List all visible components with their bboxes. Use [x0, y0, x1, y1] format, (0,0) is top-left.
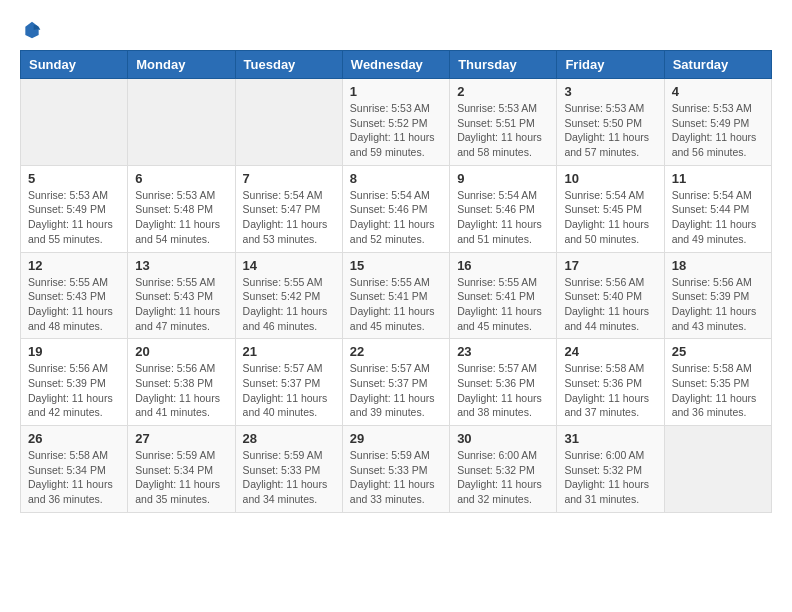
calendar-cell: 9Sunrise: 5:54 AMSunset: 5:46 PMDaylight… — [450, 165, 557, 252]
calendar-cell: 11Sunrise: 5:54 AMSunset: 5:44 PMDayligh… — [664, 165, 771, 252]
calendar-cell: 7Sunrise: 5:54 AMSunset: 5:47 PMDaylight… — [235, 165, 342, 252]
day-number: 31 — [564, 431, 656, 446]
weekday-header: Monday — [128, 51, 235, 79]
calendar-cell: 21Sunrise: 5:57 AMSunset: 5:37 PMDayligh… — [235, 339, 342, 426]
day-number: 13 — [135, 258, 227, 273]
calendar-cell: 23Sunrise: 5:57 AMSunset: 5:36 PMDayligh… — [450, 339, 557, 426]
day-number: 26 — [28, 431, 120, 446]
weekday-header: Tuesday — [235, 51, 342, 79]
calendar-cell: 10Sunrise: 5:54 AMSunset: 5:45 PMDayligh… — [557, 165, 664, 252]
day-number: 27 — [135, 431, 227, 446]
calendar-cell: 30Sunrise: 6:00 AMSunset: 5:32 PMDayligh… — [450, 426, 557, 513]
day-number: 6 — [135, 171, 227, 186]
page-header — [20, 20, 772, 40]
calendar-week-row: 19Sunrise: 5:56 AMSunset: 5:39 PMDayligh… — [21, 339, 772, 426]
day-number: 1 — [350, 84, 442, 99]
calendar-week-row: 12Sunrise: 5:55 AMSunset: 5:43 PMDayligh… — [21, 252, 772, 339]
day-number: 29 — [350, 431, 442, 446]
calendar-cell: 1Sunrise: 5:53 AMSunset: 5:52 PMDaylight… — [342, 79, 449, 166]
day-info: Sunrise: 6:00 AMSunset: 5:32 PMDaylight:… — [564, 448, 656, 507]
day-info: Sunrise: 5:54 AMSunset: 5:46 PMDaylight:… — [350, 188, 442, 247]
calendar-cell: 22Sunrise: 5:57 AMSunset: 5:37 PMDayligh… — [342, 339, 449, 426]
calendar-cell: 31Sunrise: 6:00 AMSunset: 5:32 PMDayligh… — [557, 426, 664, 513]
calendar-cell: 2Sunrise: 5:53 AMSunset: 5:51 PMDaylight… — [450, 79, 557, 166]
calendar-cell: 24Sunrise: 5:58 AMSunset: 5:36 PMDayligh… — [557, 339, 664, 426]
logo-icon — [22, 20, 42, 40]
weekday-header: Sunday — [21, 51, 128, 79]
day-info: Sunrise: 5:58 AMSunset: 5:36 PMDaylight:… — [564, 361, 656, 420]
day-info: Sunrise: 5:58 AMSunset: 5:35 PMDaylight:… — [672, 361, 764, 420]
weekday-header: Friday — [557, 51, 664, 79]
calendar-cell: 18Sunrise: 5:56 AMSunset: 5:39 PMDayligh… — [664, 252, 771, 339]
day-number: 19 — [28, 344, 120, 359]
calendar-cell: 20Sunrise: 5:56 AMSunset: 5:38 PMDayligh… — [128, 339, 235, 426]
day-info: Sunrise: 5:54 AMSunset: 5:44 PMDaylight:… — [672, 188, 764, 247]
day-number: 16 — [457, 258, 549, 273]
calendar-table: SundayMondayTuesdayWednesdayThursdayFrid… — [20, 50, 772, 513]
day-info: Sunrise: 5:59 AMSunset: 5:33 PMDaylight:… — [243, 448, 335, 507]
day-info: Sunrise: 5:54 AMSunset: 5:46 PMDaylight:… — [457, 188, 549, 247]
day-info: Sunrise: 5:53 AMSunset: 5:51 PMDaylight:… — [457, 101, 549, 160]
day-number: 3 — [564, 84, 656, 99]
calendar-cell: 15Sunrise: 5:55 AMSunset: 5:41 PMDayligh… — [342, 252, 449, 339]
day-number: 7 — [243, 171, 335, 186]
calendar-cell: 29Sunrise: 5:59 AMSunset: 5:33 PMDayligh… — [342, 426, 449, 513]
calendar-cell: 25Sunrise: 5:58 AMSunset: 5:35 PMDayligh… — [664, 339, 771, 426]
day-info: Sunrise: 5:57 AMSunset: 5:37 PMDaylight:… — [243, 361, 335, 420]
day-info: Sunrise: 6:00 AMSunset: 5:32 PMDaylight:… — [457, 448, 549, 507]
day-number: 17 — [564, 258, 656, 273]
day-number: 24 — [564, 344, 656, 359]
day-info: Sunrise: 5:57 AMSunset: 5:36 PMDaylight:… — [457, 361, 549, 420]
day-number: 12 — [28, 258, 120, 273]
day-info: Sunrise: 5:56 AMSunset: 5:38 PMDaylight:… — [135, 361, 227, 420]
calendar-cell — [21, 79, 128, 166]
day-number: 30 — [457, 431, 549, 446]
calendar-cell: 17Sunrise: 5:56 AMSunset: 5:40 PMDayligh… — [557, 252, 664, 339]
day-info: Sunrise: 5:56 AMSunset: 5:40 PMDaylight:… — [564, 275, 656, 334]
day-info: Sunrise: 5:59 AMSunset: 5:33 PMDaylight:… — [350, 448, 442, 507]
day-info: Sunrise: 5:55 AMSunset: 5:43 PMDaylight:… — [135, 275, 227, 334]
calendar-cell: 6Sunrise: 5:53 AMSunset: 5:48 PMDaylight… — [128, 165, 235, 252]
logo — [20, 20, 42, 40]
day-number: 10 — [564, 171, 656, 186]
day-info: Sunrise: 5:58 AMSunset: 5:34 PMDaylight:… — [28, 448, 120, 507]
weekday-header: Thursday — [450, 51, 557, 79]
day-number: 2 — [457, 84, 549, 99]
day-info: Sunrise: 5:55 AMSunset: 5:41 PMDaylight:… — [350, 275, 442, 334]
day-number: 14 — [243, 258, 335, 273]
weekday-header: Wednesday — [342, 51, 449, 79]
day-info: Sunrise: 5:59 AMSunset: 5:34 PMDaylight:… — [135, 448, 227, 507]
calendar-cell — [128, 79, 235, 166]
calendar-header-row: SundayMondayTuesdayWednesdayThursdayFrid… — [21, 51, 772, 79]
calendar-week-row: 26Sunrise: 5:58 AMSunset: 5:34 PMDayligh… — [21, 426, 772, 513]
day-info: Sunrise: 5:54 AMSunset: 5:45 PMDaylight:… — [564, 188, 656, 247]
calendar-cell: 8Sunrise: 5:54 AMSunset: 5:46 PMDaylight… — [342, 165, 449, 252]
calendar-cell: 13Sunrise: 5:55 AMSunset: 5:43 PMDayligh… — [128, 252, 235, 339]
calendar-week-row: 1Sunrise: 5:53 AMSunset: 5:52 PMDaylight… — [21, 79, 772, 166]
calendar-cell — [664, 426, 771, 513]
calendar-body: 1Sunrise: 5:53 AMSunset: 5:52 PMDaylight… — [21, 79, 772, 513]
day-number: 25 — [672, 344, 764, 359]
day-info: Sunrise: 5:53 AMSunset: 5:49 PMDaylight:… — [672, 101, 764, 160]
calendar-cell: 3Sunrise: 5:53 AMSunset: 5:50 PMDaylight… — [557, 79, 664, 166]
day-info: Sunrise: 5:55 AMSunset: 5:41 PMDaylight:… — [457, 275, 549, 334]
day-number: 4 — [672, 84, 764, 99]
calendar-week-row: 5Sunrise: 5:53 AMSunset: 5:49 PMDaylight… — [21, 165, 772, 252]
weekday-header: Saturday — [664, 51, 771, 79]
calendar-cell: 26Sunrise: 5:58 AMSunset: 5:34 PMDayligh… — [21, 426, 128, 513]
calendar-cell: 5Sunrise: 5:53 AMSunset: 5:49 PMDaylight… — [21, 165, 128, 252]
day-number: 5 — [28, 171, 120, 186]
calendar-cell — [235, 79, 342, 166]
day-number: 18 — [672, 258, 764, 273]
calendar-cell: 19Sunrise: 5:56 AMSunset: 5:39 PMDayligh… — [21, 339, 128, 426]
day-number: 23 — [457, 344, 549, 359]
day-number: 11 — [672, 171, 764, 186]
day-number: 22 — [350, 344, 442, 359]
day-info: Sunrise: 5:55 AMSunset: 5:42 PMDaylight:… — [243, 275, 335, 334]
day-number: 15 — [350, 258, 442, 273]
calendar-cell: 12Sunrise: 5:55 AMSunset: 5:43 PMDayligh… — [21, 252, 128, 339]
day-number: 9 — [457, 171, 549, 186]
day-info: Sunrise: 5:53 AMSunset: 5:50 PMDaylight:… — [564, 101, 656, 160]
day-info: Sunrise: 5:53 AMSunset: 5:48 PMDaylight:… — [135, 188, 227, 247]
day-info: Sunrise: 5:54 AMSunset: 5:47 PMDaylight:… — [243, 188, 335, 247]
